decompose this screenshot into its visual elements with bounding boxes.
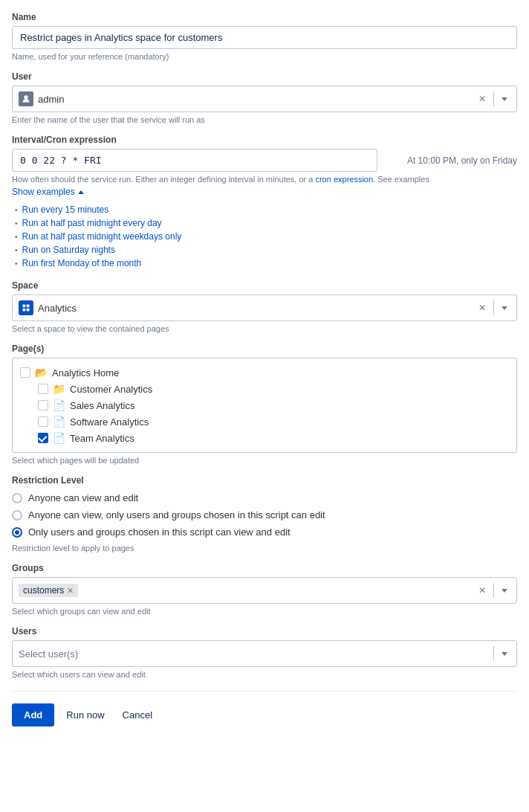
users-select-divider [493, 646, 494, 661]
user-field-group: User admin ✕ Enter the name of the user … [12, 71, 517, 124]
add-button[interactable]: Add [12, 703, 54, 726]
checkbox-customer-analytics[interactable] [38, 384, 48, 394]
interval-hint-suffix: . See examples [373, 175, 429, 184]
restriction-field-group: Restriction Level Anyone can view and ed… [12, 475, 517, 552]
restriction-label-1: Anyone can view, only users and groups c… [28, 509, 325, 521]
space-select-inner: Analytics [19, 300, 471, 315]
show-examples-button[interactable]: Show examples [12, 187, 84, 197]
groups-hint: Select which groups can view and edit [12, 607, 517, 616]
tree-label-team-analytics: Team Analytics [70, 433, 134, 444]
restriction-label-2: Only users and groups chosen in this scr… [28, 526, 291, 538]
example-link-3[interactable]: Run at half past midnight weekdays only [22, 231, 182, 242]
radio-anyone-view-group-edit[interactable] [12, 510, 22, 521]
radio-anyone-view-edit[interactable] [12, 493, 22, 503]
tree-item-analytics-home: 📂 Analytics Home [17, 364, 512, 381]
users-placeholder: Select user(s) [19, 648, 78, 660]
example-item-5: Run first Monday of the month [15, 257, 517, 270]
cron-row: At 10:00 PM, only on Friday [12, 149, 517, 172]
interval-field-group: Interval/Cron expression At 10:00 PM, on… [12, 135, 517, 270]
restriction-option-1: Anyone can view, only users and groups c… [12, 506, 517, 523]
tree-item-software-analytics: 📄 Software Analytics [17, 413, 512, 430]
users-dropdown-button[interactable] [499, 651, 510, 657]
space-select[interactable]: Analytics ✕ [12, 294, 517, 321]
user-value: admin [38, 94, 64, 105]
example-link-1[interactable]: Run every 15 minutes [22, 204, 109, 215]
space-dropdown-button[interactable] [499, 305, 510, 312]
restriction-label-0: Anyone can view and edit [28, 492, 138, 503]
tree-label-analytics-home: Analytics Home [52, 367, 119, 378]
space-clear-button[interactable]: ✕ [476, 301, 489, 315]
restriction-label: Restriction Level [12, 475, 517, 486]
svg-rect-4 [27, 309, 30, 312]
select-divider [493, 91, 494, 106]
groups-tag-customers-label: customers [23, 585, 64, 596]
svg-point-0 [24, 95, 27, 99]
user-hint: Enter the name of the user that the serv… [12, 115, 517, 124]
interval-hint-prefix: How often should the service run. Either… [12, 175, 315, 184]
name-field-group: Name Name, used for your reference (mand… [12, 12, 517, 61]
interval-label: Interval/Cron expression [12, 135, 517, 145]
space-field-group: Space Analytics ✕ Select a space to view… [12, 280, 517, 333]
example-item-2: Run at half past midnight every day [15, 216, 517, 230]
run-now-button[interactable]: Run now [60, 703, 110, 726]
user-avatar-icon [19, 91, 33, 106]
space-select-divider [493, 300, 494, 315]
groups-select[interactable]: customers ✕ ✕ [12, 577, 517, 604]
checkbox-sales-analytics[interactable] [38, 400, 48, 410]
example-link-5[interactable]: Run first Monday of the month [22, 258, 142, 268]
radio-only-users-groups[interactable] [12, 527, 22, 538]
users-select-inner: Select user(s) [19, 648, 489, 660]
user-dropdown-button[interactable] [499, 96, 510, 103]
pages-label: Page(s) [12, 344, 517, 354]
page-icon-software: 📄 [53, 416, 65, 428]
checkbox-team-analytics[interactable] [38, 433, 48, 443]
button-row: Add Run now Cancel [12, 691, 517, 726]
tree-item-team-analytics: 📄 Team Analytics [17, 430, 512, 446]
checkbox-analytics-home[interactable] [20, 367, 30, 378]
pages-hint: Select which pages will be updated [12, 456, 517, 465]
tree-label-customer-analytics: Customer Analytics [70, 384, 152, 395]
tree-item-customer-analytics: 📁 Customer Analytics [17, 381, 512, 397]
svg-rect-1 [23, 305, 26, 308]
space-hint: Select a space to view the contained pag… [12, 324, 517, 333]
pages-tree: 📂 Analytics Home 📁 Customer Analytics 📄 … [12, 358, 517, 453]
cron-expression-link[interactable]: cron expression [315, 175, 373, 184]
groups-tag-customers-remove[interactable]: ✕ [67, 586, 74, 596]
page-icon-sales: 📄 [53, 399, 65, 411]
groups-tag-customers: customers ✕ [19, 584, 78, 597]
space-label: Space [12, 280, 517, 291]
name-label: Name [12, 12, 517, 22]
example-item-1: Run every 15 minutes [15, 203, 517, 216]
user-clear-button[interactable]: ✕ [476, 92, 489, 106]
users-select[interactable]: Select user(s) [12, 640, 517, 667]
groups-select-inner: customers ✕ [19, 584, 471, 597]
restriction-option-2: Only users and groups chosen in this scr… [12, 523, 517, 541]
interval-hint: How often should the service run. Either… [12, 175, 517, 184]
users-field-group: Users Select user(s) Select which users … [12, 626, 517, 679]
examples-list: Run every 15 minutes Run at half past mi… [12, 203, 517, 270]
name-input[interactable] [12, 26, 517, 49]
page-icon-team: 📄 [53, 432, 65, 444]
cancel-button[interactable]: Cancel [117, 703, 158, 726]
folder-open-icon: 📂 [35, 367, 48, 378]
example-link-4[interactable]: Run on Saturday nights [22, 245, 115, 255]
example-link-2[interactable]: Run at half past midnight every day [22, 218, 162, 228]
pages-field-group: Page(s) 📂 Analytics Home 📁 Customer Anal… [12, 344, 517, 465]
groups-clear-button[interactable]: ✕ [476, 584, 489, 597]
checkbox-software-analytics[interactable] [38, 416, 48, 427]
space-icon [19, 300, 33, 315]
users-hint: Select which users can view and edit [12, 670, 517, 679]
cron-input[interactable] [12, 149, 377, 172]
folder-closed-icon-customer: 📁 [53, 383, 65, 395]
cron-result: At 10:00 PM, only on Friday [383, 155, 517, 166]
groups-select-divider [493, 583, 494, 598]
tree-label-software-analytics: Software Analytics [70, 416, 149, 428]
restriction-hint: Restriction level to apply to pages [12, 544, 517, 552]
groups-label: Groups [12, 563, 517, 573]
examples-chevron-up-icon [78, 190, 84, 194]
groups-field-group: Groups customers ✕ ✕ Select which groups… [12, 563, 517, 616]
groups-dropdown-button[interactable] [499, 587, 510, 594]
user-select[interactable]: admin ✕ [12, 86, 517, 112]
user-label: User [12, 71, 517, 82]
name-hint: Name, used for your reference (mandatory… [12, 52, 517, 61]
